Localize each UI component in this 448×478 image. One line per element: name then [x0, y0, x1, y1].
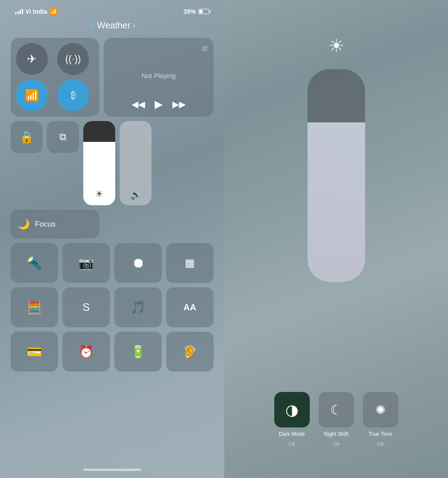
true-tone-icon-wrap: ✺ — [363, 392, 398, 427]
signal-bar-4 — [22, 9, 23, 14]
audio-button[interactable]: 🎵 — [114, 287, 162, 327]
focus-button[interactable]: 🌙 Focus — [11, 210, 99, 239]
status-right: 39% — [183, 8, 209, 15]
wallet-button[interactable]: 💳 — [11, 332, 58, 372]
airplane-icon: ✈ — [27, 52, 37, 66]
icon-row-1: 🔦 📷 ⏺ ▦ — [11, 243, 214, 283]
true-tone-label: True Tone — [369, 431, 392, 438]
fast-forward-button[interactable]: ▶▶ — [172, 99, 186, 110]
media-controls: ◀◀ ▶ ▶▶ — [110, 98, 207, 110]
play-button[interactable]: ▶ — [155, 98, 163, 110]
wifi-button[interactable]: 📶 — [16, 79, 48, 111]
header-chevron-icon: › — [133, 21, 136, 30]
wallet-icon: 💳 — [27, 345, 42, 359]
true-tone-icon: ✺ — [375, 403, 386, 417]
night-shift-icon: ☾ — [330, 402, 342, 418]
alarm-button[interactable]: ⏰ — [62, 332, 110, 372]
camera-button[interactable]: 📷 — [62, 243, 110, 283]
battery-fill — [199, 10, 203, 13]
text-size-button[interactable]: AA — [166, 287, 214, 327]
camera-icon: 📷 — [78, 256, 94, 270]
brightness-slider[interactable]: ☀ — [83, 121, 115, 205]
audio-icon: 🎵 — [130, 300, 146, 315]
right-brightness-slider[interactable] — [308, 69, 365, 282]
right-panel: ☀ ◑ Dark Mode Off ☾ Night Shift Off ✺ Tr… — [224, 0, 448, 478]
control-grid: ✈ ((·)) 📶 ₿ ⎚ Not Playing — [11, 38, 214, 372]
right-brightness-sun-icon: ☀ — [328, 35, 344, 56]
cellular-icon: ((·)) — [65, 53, 81, 65]
wifi-icon: 📶 — [25, 89, 39, 102]
screen-mirror-icon: ⧉ — [59, 131, 66, 143]
signal-bar-3 — [19, 10, 21, 14]
battery-widget-icon: 🔋 — [130, 345, 146, 359]
dark-mode-icon: ◑ — [285, 401, 299, 419]
right-slider-fill — [308, 122, 365, 282]
flashlight-button[interactable]: 🔦 — [11, 243, 58, 283]
alarm-icon: ⏰ — [78, 345, 94, 359]
volume-icon: 🔊 — [130, 189, 141, 200]
focus-row: 🌙 Focus — [11, 210, 214, 239]
screen-mirror-button[interactable]: ⧉ — [47, 121, 79, 153]
hearing-button[interactable]: 🦻 — [166, 332, 214, 372]
focus-label: Focus — [35, 220, 55, 229]
dark-mode-icon-wrap: ◑ — [274, 392, 310, 427]
brightness-icon: ☀ — [95, 188, 104, 200]
connectivity-block: ✈ ((·)) 📶 ₿ — [11, 38, 99, 117]
header-title: Weather — [97, 20, 130, 31]
true-tone-sublabel: Off — [377, 442, 383, 447]
media-top: ⎚ — [110, 44, 207, 53]
airplane-mode-button[interactable]: ✈ — [16, 43, 48, 75]
night-shift-sublabel: Off — [333, 442, 339, 447]
airplay-icon[interactable]: ⎚ — [203, 44, 207, 53]
calculator-icon: 🧮 — [27, 300, 42, 315]
screen-record-button[interactable]: ⏺ — [114, 243, 162, 283]
shazam-button[interactable]: S — [62, 287, 110, 327]
sliders-row: 🔒 ⧉ ☀ 🔊 — [11, 121, 214, 205]
orientation-lock-icon: 🔒 — [19, 130, 34, 144]
bottom-options: ◑ Dark Mode Off ☾ Night Shift Off ✺ True… — [274, 392, 398, 447]
location-arrow-icon: ⬆ — [89, 21, 94, 30]
screen-record-icon: ⏺ — [132, 255, 145, 270]
media-player-block: ⎚ Not Playing ◀◀ ▶ ▶▶ — [104, 38, 214, 117]
signal-bars — [15, 9, 23, 14]
media-title: Not Playing — [110, 53, 207, 98]
volume-slider[interactable]: 🔊 — [120, 121, 152, 205]
cellular-button[interactable]: ((·)) — [57, 43, 89, 75]
battery-percent: 39% — [183, 8, 196, 15]
carrier-name: Vi India — [25, 8, 47, 15]
battery-icon — [199, 9, 209, 14]
bluetooth-icon: ₿ — [71, 90, 76, 101]
focus-moon-icon: 🌙 — [18, 219, 30, 230]
sliders-left: 🔒 ⧉ — [11, 121, 79, 205]
header[interactable]: ⬆ Weather › — [11, 19, 214, 38]
sliders-left-top: 🔒 ⧉ — [11, 121, 79, 153]
status-left: Vi India 📶 — [15, 8, 57, 15]
wifi-icon: 📶 — [50, 8, 57, 15]
rewind-button[interactable]: ◀◀ — [132, 99, 145, 110]
hearing-icon: 🦻 — [182, 345, 198, 359]
dark-mode-button[interactable]: ◑ Dark Mode Off — [274, 392, 310, 447]
signal-bar-1 — [15, 12, 16, 14]
battery-button[interactable]: 🔋 — [114, 332, 162, 372]
night-shift-button[interactable]: ☾ Night Shift Off — [319, 392, 354, 447]
not-playing-label: Not Playing — [142, 72, 176, 79]
home-indicator — [83, 469, 141, 471]
flashlight-icon: 🔦 — [27, 256, 42, 270]
status-bar: Vi India 📶 39% — [11, 0, 214, 19]
night-shift-icon-wrap: ☾ — [319, 392, 354, 427]
left-panel: Vi India 📶 39% ⬆ Weather › ✈ ((·)) — [0, 0, 224, 478]
dark-mode-sublabel: Off — [288, 442, 295, 447]
dark-mode-label: Dark Mode — [279, 431, 305, 438]
top-row: ✈ ((·)) 📶 ₿ ⎚ Not Playing — [11, 38, 214, 117]
signal-bar-2 — [17, 12, 19, 14]
night-shift-label: Night Shift — [324, 431, 348, 438]
shazam-icon: S — [82, 301, 90, 313]
qr-scanner-button[interactable]: ▦ — [166, 243, 214, 283]
calculator-button[interactable]: 🧮 — [11, 287, 58, 327]
qr-icon: ▦ — [185, 257, 195, 269]
text-size-icon: AA — [183, 302, 196, 313]
bluetooth-button[interactable]: ₿ — [57, 79, 89, 111]
true-tone-button[interactable]: ✺ True Tone Off — [363, 392, 398, 447]
orientation-lock-button[interactable]: 🔒 — [11, 121, 43, 153]
icon-row-3: 💳 ⏰ 🔋 🦻 — [11, 332, 214, 372]
